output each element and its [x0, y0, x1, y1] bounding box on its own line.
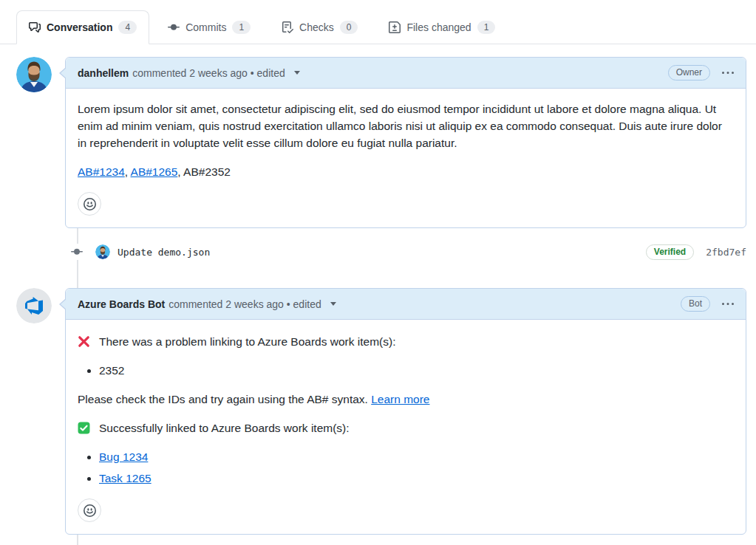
work-item-refs: AB#1234, AB#1265, AB#2352: [78, 163, 734, 180]
comment-meta: commented 2 weeks ago • edited: [168, 298, 321, 310]
tab-checks[interactable]: Checks 0: [269, 10, 370, 44]
commit-row: Update demo.json Verified 2fbd7ef: [0, 228, 756, 261]
verified-badge[interactable]: Verified: [646, 244, 694, 260]
smiley-icon: [84, 504, 96, 517]
error-item-list: 2352: [78, 362, 734, 379]
kebab-menu-button[interactable]: [722, 67, 734, 79]
chevron-down-icon: [330, 302, 336, 306]
pr-tab-bar: Conversation 4 Commits 1 Checks 0 Files …: [0, 0, 756, 44]
edit-history-dropdown[interactable]: [329, 301, 338, 307]
comment-header: danhellem commented 2 weeks ago • edited…: [66, 58, 746, 89]
comment-body: There was a problem linking to Azure Boa…: [66, 320, 746, 534]
help-line: Please check the IDs and try again using…: [78, 391, 734, 408]
error-item: 2352: [99, 362, 734, 379]
git-commit-icon: [168, 21, 180, 33]
error-text: There was a problem linking to Azure Boa…: [99, 333, 395, 350]
tab-files-changed[interactable]: Files changed 1: [376, 10, 508, 44]
comment-discussion-icon: [29, 21, 41, 33]
help-text: Please check the IDs and try again using…: [78, 393, 368, 405]
task-link[interactable]: Task 1265: [99, 472, 151, 484]
file-diff-icon: [389, 21, 401, 33]
success-status-line: Successfully linked to Azure Boards work…: [78, 419, 734, 436]
tab-label: Conversation: [47, 21, 112, 33]
kebab-menu-button[interactable]: [722, 298, 734, 310]
tab-count-badge: 0: [340, 21, 358, 34]
comment-card: Azure Boards Bot commented 2 weeks ago •…: [65, 288, 746, 535]
tab-label: Checks: [299, 21, 334, 33]
commit-message-link[interactable]: Update demo.json: [118, 247, 210, 258]
linked-work-item: Task 1265: [99, 470, 734, 487]
comment-author[interactable]: Azure Boards Bot: [78, 298, 165, 310]
error-status-line: There was a problem linking to Azure Boa…: [78, 333, 734, 350]
avatar-commit-author[interactable]: [95, 244, 110, 259]
success-text: Successfully linked to Azure Boards work…: [99, 419, 350, 436]
tab-count-badge: 1: [477, 21, 496, 34]
author-association-badge: Bot: [681, 296, 710, 312]
bug-link[interactable]: Bug 1234: [99, 450, 148, 463]
tab-label: Commits: [185, 21, 226, 33]
avatar-danhellem[interactable]: [16, 57, 52, 92]
comment-author[interactable]: danhellem: [78, 67, 129, 79]
timeline: Update demo.json Verified 2fbd7ef Azure …: [0, 228, 756, 535]
learn-more-link[interactable]: Learn more: [371, 393, 429, 405]
edit-history-dropdown[interactable]: [293, 69, 302, 76]
git-commit-icon: [71, 244, 83, 260]
work-item-link-1[interactable]: AB#1234: [78, 165, 125, 178]
checklist-icon: [282, 21, 293, 33]
comment-card: danhellem commented 2 weeks ago • edited…: [65, 57, 746, 228]
avatar-azure-boards-bot[interactable]: [16, 288, 52, 323]
author-association-badge: Owner: [668, 65, 710, 80]
tab-label: Files changed: [406, 21, 471, 33]
linked-work-item: Bug 1234: [99, 448, 734, 465]
add-reaction-button[interactable]: [78, 498, 101, 522]
chevron-down-icon: [294, 71, 300, 75]
tab-count-badge: 4: [118, 21, 137, 34]
linked-work-item-list: Bug 1234 Task 1265: [78, 448, 734, 487]
tab-count-badge: 1: [232, 21, 251, 34]
separator: ,: [125, 165, 131, 178]
tab-commits[interactable]: Commits 1: [155, 10, 263, 44]
separator: ,: [177, 165, 183, 178]
work-item-link-2[interactable]: AB#1265: [131, 165, 178, 178]
commit-sha-link[interactable]: 2fbd7ef: [706, 247, 746, 258]
comment-paragraph: Lorem ipsum dolor sit amet, consectetur …: [78, 100, 734, 151]
comment-body: Lorem ipsum dolor sit amet, consectetur …: [66, 89, 746, 227]
error-x-icon: [78, 335, 90, 348]
comment-azure-boards-bot: Azure Boards Bot commented 2 weeks ago •…: [65, 288, 746, 535]
add-reaction-button[interactable]: [78, 192, 101, 216]
work-item-plain-ref: AB#2352: [183, 165, 231, 178]
success-check-icon: [78, 422, 90, 434]
comment-header: Azure Boards Bot commented 2 weeks ago •…: [66, 289, 746, 320]
comment-danhellem: danhellem commented 2 weeks ago • edited…: [65, 57, 746, 228]
smiley-icon: [84, 198, 96, 210]
tab-conversation[interactable]: Conversation 4: [16, 10, 149, 44]
comment-meta: commented 2 weeks ago • edited: [132, 67, 285, 79]
